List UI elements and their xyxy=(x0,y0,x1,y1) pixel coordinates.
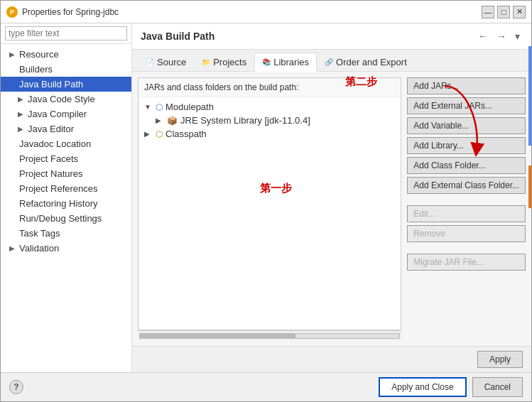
add-external-class-folder-button[interactable]: Add External Class Folder... xyxy=(407,177,526,194)
sidebar-item-label: Javadoc Location xyxy=(19,138,91,149)
add-jars-button[interactable]: Add JARs... xyxy=(407,77,526,94)
tabs-bar: 📄 Source 📁 Projects 📚 Libraries 🔗 Order … xyxy=(132,50,531,72)
tab-projects-label: Projects xyxy=(213,57,246,67)
sidebar-item-project-facets[interactable]: Project Facets xyxy=(1,151,131,166)
sidebar-item-label: Project Facets xyxy=(19,153,78,164)
expand-icon: ▼ xyxy=(144,103,153,111)
expand-icon: ▶ xyxy=(9,244,16,252)
sidebar-item-builders[interactable]: Builders xyxy=(1,62,131,77)
nav-forward-button[interactable]: → xyxy=(494,29,509,43)
sidebar-item-label: Java Build Path xyxy=(19,79,83,89)
tree-area: JARs and class folders on the build path… xyxy=(138,77,401,330)
tree-inner: ▼ ⬡ Modulepath ▶ 📦 JRE System Library [j… xyxy=(139,97,401,143)
bottom-bar: Apply xyxy=(132,346,531,372)
source-tab-icon: 📄 xyxy=(146,58,154,66)
close-button[interactable]: ✕ xyxy=(513,6,526,18)
sidebar-item-java-compiler[interactable]: ▶ Java Compiler xyxy=(1,107,131,121)
filter-input[interactable] xyxy=(5,26,127,40)
add-class-folder-button[interactable]: Add Class Folder... xyxy=(407,157,526,174)
tab-libraries-label: Libraries xyxy=(273,57,309,67)
tab-libraries[interactable]: 📚 Libraries xyxy=(254,53,317,72)
expand-icon: ▶ xyxy=(156,116,164,124)
sidebar-item-javadoc-location[interactable]: Javadoc Location xyxy=(1,136,131,151)
sidebar-item-java-code-style[interactable]: ▶ Java Code Style xyxy=(1,92,131,107)
sidebar-item-run-debug-settings[interactable]: Run/Debug Settings xyxy=(1,211,131,226)
action-buttons: Add JARs... Add External JARs... Add Var… xyxy=(401,77,526,340)
tab-order-export[interactable]: 🔗 Order and Export xyxy=(317,53,415,71)
sidebar-item-task-tags[interactable]: Task Tags xyxy=(1,226,131,241)
sidebar-item-label: Validation xyxy=(19,243,59,254)
node-label: JRE System Library [jdk-11.0.4] xyxy=(180,115,310,126)
minimize-button[interactable]: — xyxy=(482,6,494,18)
tab-source[interactable]: 📄 Source xyxy=(138,53,194,71)
maximize-button[interactable]: □ xyxy=(497,6,510,18)
scroll-track xyxy=(139,333,400,339)
expand-icon: ▶ xyxy=(144,130,153,138)
title-bar-left: P Properties for Spring-jdbc xyxy=(6,6,119,18)
tab-order-export-label: Order and Export xyxy=(336,57,407,67)
sidebar-item-project-references[interactable]: Project References xyxy=(1,181,131,196)
sidebar-item-java-editor[interactable]: ▶ Java Editor xyxy=(1,121,131,136)
window-icon: P xyxy=(6,6,18,18)
expand-icon: ▶ xyxy=(18,110,25,118)
tree-container: JARs and class folders on the build path… xyxy=(138,77,401,340)
tree-node-modulepath[interactable]: ▼ ⬡ Modulepath xyxy=(141,100,398,114)
add-library-button[interactable]: Add Library... xyxy=(407,137,526,154)
sidebar-item-label: Java Editor xyxy=(28,124,74,134)
sidebar-item-label: Run/Debug Settings xyxy=(19,213,102,224)
sidebar-item-label: Refactoring History xyxy=(19,198,98,209)
tree-node-jre-library[interactable]: ▶ 📦 JRE System Library [jdk-11.0.4] xyxy=(141,114,398,127)
tab-projects[interactable]: 📁 Projects xyxy=(194,53,254,71)
sidebar-item-java-build-path[interactable]: Java Build Path xyxy=(1,77,131,92)
filter-box xyxy=(1,23,131,44)
footer-right: Apply and Close Cancel xyxy=(379,377,523,397)
main-content: ▶ Resource Builders Java Build Path ▶ Ja… xyxy=(1,23,531,372)
migrate-jar-button[interactable]: Migrate JAR File... xyxy=(407,254,526,271)
libraries-tab-icon: 📚 xyxy=(262,58,271,66)
node-label: Modulepath xyxy=(165,102,214,112)
scroll-thumb xyxy=(140,334,295,338)
right-panel: Java Build Path ← → ▾ 📄 Source 📁 Project… xyxy=(132,23,531,372)
panel-header: Java Build Path ← → ▾ xyxy=(132,23,531,50)
node-label: Classpath xyxy=(165,129,207,139)
jre-icon: 📦 xyxy=(167,116,178,126)
sidebar-item-project-natures[interactable]: Project Natures xyxy=(1,166,131,181)
apply-close-button[interactable]: Apply and Close xyxy=(379,377,466,397)
apply-button[interactable]: Apply xyxy=(477,351,523,368)
sidebar-item-refactoring-history[interactable]: Refactoring History xyxy=(1,196,131,211)
expand-icon: ▶ xyxy=(18,125,25,133)
tree-node-classpath[interactable]: ▶ ⬡ Classpath xyxy=(141,127,398,141)
window-title: Properties for Spring-jdbc xyxy=(22,7,119,17)
sidebar-item-label: Project References xyxy=(19,183,98,194)
sidebar-item-validation[interactable]: ▶ Validation xyxy=(1,241,131,256)
sidebar-item-label: Java Compiler xyxy=(28,109,87,119)
sidebar-items: ▶ Resource Builders Java Build Path ▶ Ja… xyxy=(1,44,131,372)
sidebar-item-label: Task Tags xyxy=(19,228,60,239)
horizontal-scrollbar[interactable] xyxy=(138,330,401,340)
sidebar-item-label: Project Natures xyxy=(19,168,83,179)
footer-left: ? xyxy=(9,380,23,394)
button-spacer2 xyxy=(407,245,526,251)
sidebar: ▶ Resource Builders Java Build Path ▶ Ja… xyxy=(1,23,132,372)
remove-button[interactable]: Remove xyxy=(407,225,526,242)
panel-title: Java Build Path xyxy=(141,31,215,42)
panel-body: JARs and class folders on the build path… xyxy=(132,72,531,346)
title-bar-controls: — □ ✕ xyxy=(482,6,526,18)
nav-arrows: ← → ▾ xyxy=(475,29,523,43)
button-spacer xyxy=(407,197,526,202)
cancel-button[interactable]: Cancel xyxy=(472,377,523,397)
projects-tab-icon: 📁 xyxy=(202,58,210,66)
nav-back-button[interactable]: ← xyxy=(475,29,491,43)
edit-button[interactable]: Edit... xyxy=(407,205,526,222)
sidebar-item-label: Java Code Style xyxy=(28,94,95,104)
sidebar-item-resource[interactable]: ▶ Resource xyxy=(1,47,131,62)
add-external-jars-button[interactable]: Add External JARs... xyxy=(407,97,526,114)
classpath-icon: ⬡ xyxy=(156,129,163,139)
nav-dropdown-button[interactable]: ▾ xyxy=(512,29,523,43)
module-icon: ⬡ xyxy=(156,102,163,112)
footer-bar: ? Apply and Close Cancel xyxy=(1,372,531,401)
help-button[interactable]: ? xyxy=(9,380,23,394)
expand-icon: ▶ xyxy=(18,95,25,103)
sidebar-item-label: Resource xyxy=(19,49,59,60)
add-variable-button[interactable]: Add Variable... xyxy=(407,117,526,134)
